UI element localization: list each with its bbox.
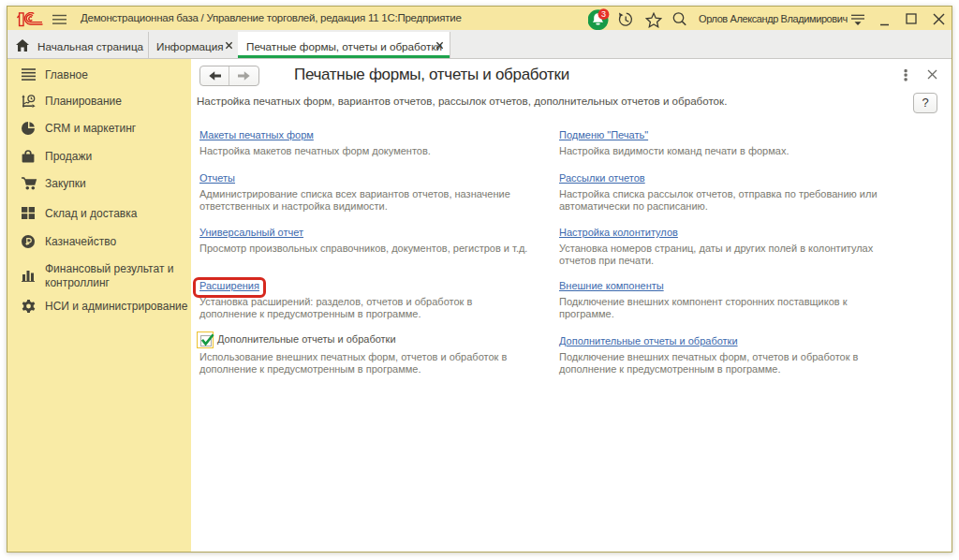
svg-text:3: 3 bbox=[601, 9, 606, 19]
